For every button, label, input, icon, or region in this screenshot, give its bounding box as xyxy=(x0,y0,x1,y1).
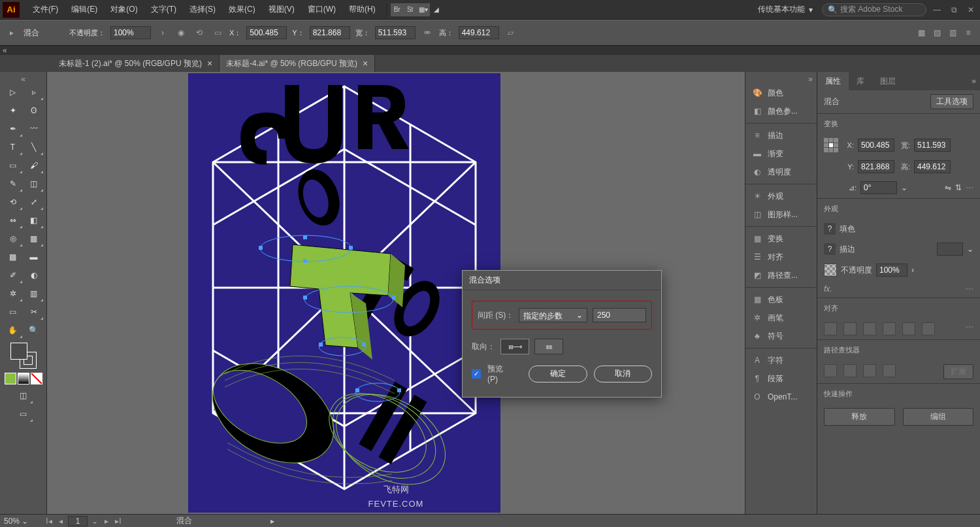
lasso-tool[interactable]: ʘ xyxy=(24,102,44,119)
close-tab-icon[interactable]: × xyxy=(207,58,212,69)
rotate-tool[interactable]: ⟲ xyxy=(3,194,23,211)
menu-select[interactable]: 选择(S) xyxy=(183,0,222,19)
dock-transform[interactable]: ▦变换 xyxy=(745,230,817,248)
mesh-tool[interactable]: ▩ xyxy=(3,248,23,265)
chevron-icon[interactable]: › xyxy=(156,26,169,39)
scale-tool[interactable]: ⤢ xyxy=(24,194,44,211)
align-bottom-icon[interactable] xyxy=(922,322,935,335)
dock-appearance[interactable]: ☀外观 xyxy=(745,187,817,205)
hand-tool[interactable]: ✋ xyxy=(3,322,23,339)
menu-file[interactable]: 文件(F) xyxy=(26,0,65,19)
panel-ic1[interactable]: ▦ xyxy=(915,26,928,39)
type-tool[interactable]: T xyxy=(3,139,23,156)
next-page-icon[interactable]: ▸ xyxy=(101,516,112,526)
recolor-icon[interactable]: ⟲ xyxy=(193,26,206,39)
free-transform-tool[interactable]: ◧ xyxy=(24,212,44,229)
menu-type[interactable]: 文字(T) xyxy=(144,0,183,19)
dock-paragraph[interactable]: ¶段落 xyxy=(745,369,817,388)
expand-dock-icon[interactable]: » xyxy=(745,75,817,84)
stroke-step-icon[interactable]: ⌄ xyxy=(967,245,973,254)
collapse-icon[interactable]: « xyxy=(3,46,7,55)
stroke-unknown-icon[interactable]: ? xyxy=(824,243,836,255)
menu-window[interactable]: 窗口(W) xyxy=(301,0,342,19)
align-right-icon[interactable] xyxy=(863,322,876,335)
minus-front-icon[interactable] xyxy=(843,364,857,377)
workspace-select[interactable]: 传统基本功能▾ xyxy=(753,3,818,16)
preview-checkbox[interactable]: ✓ xyxy=(472,369,481,379)
pen-tool[interactable]: ✒ xyxy=(3,120,23,137)
slice-tool[interactable]: ✂ xyxy=(24,303,44,320)
y-input[interactable]: 821.868 xyxy=(310,26,350,39)
prop-opacity-input[interactable]: 100% xyxy=(876,264,907,277)
dock-gradient[interactable]: ▬渐变 xyxy=(745,144,817,163)
ok-button[interactable]: 确定 xyxy=(529,366,587,382)
blend-tool[interactable]: ◐ xyxy=(24,267,44,284)
orient-page-button[interactable]: ıııı⟶ xyxy=(500,339,529,354)
draw-mode[interactable]: ◫ xyxy=(14,387,33,404)
dock-symbols[interactable]: ♣符号 xyxy=(745,327,817,345)
canvas[interactable]: 飞特网 FEVTE.COM 混合选项 间距 (S)： 指定的步数⌄ 250 取向… xyxy=(47,72,745,514)
gradient-mode[interactable] xyxy=(18,373,29,384)
minimize-window[interactable]: — xyxy=(930,3,943,16)
dock-swatches[interactable]: ▦色板 xyxy=(745,290,817,309)
align-left-icon[interactable] xyxy=(824,322,837,335)
close-tab-icon[interactable]: × xyxy=(363,58,368,69)
flip-v-icon[interactable]: ⇅ xyxy=(955,183,962,192)
dock-opentype[interactable]: OOpenT... xyxy=(745,388,817,406)
shape-icon[interactable]: ▱ xyxy=(504,26,517,39)
fill-swatch[interactable] xyxy=(10,343,27,360)
align-vcenter-icon[interactable] xyxy=(902,322,915,335)
cancel-button[interactable]: 取消 xyxy=(594,366,653,382)
width-tool[interactable]: ⇔ xyxy=(3,212,23,229)
curvature-tool[interactable]: 〰 xyxy=(24,120,44,137)
stock-icon[interactable]: St xyxy=(404,3,417,16)
dock-graphic-styles[interactable]: ◫图形样... xyxy=(745,205,817,224)
arrange-icon[interactable]: ▦▾ xyxy=(417,3,430,16)
h-input[interactable]: 449.612 xyxy=(459,26,499,39)
dock-transparency[interactable]: ◐透明度 xyxy=(745,163,817,181)
graph-tool[interactable]: ▥ xyxy=(24,285,44,302)
search-input[interactable]: 🔍搜索 Adobe Stock xyxy=(822,3,926,16)
menu-edit[interactable]: 编辑(E) xyxy=(65,0,104,19)
last-page-icon[interactable]: ▸I xyxy=(113,516,123,526)
flip-h-icon[interactable]: ⇋ xyxy=(945,183,951,192)
align-top-icon[interactable] xyxy=(883,322,896,335)
orient-path-button[interactable]: ııııı xyxy=(534,339,563,354)
dock-character[interactable]: A字符 xyxy=(745,351,817,369)
collapse-icon[interactable]: « xyxy=(1,75,45,84)
gpu-icon[interactable]: ◢ xyxy=(430,3,443,16)
prop-w-input[interactable]: 511.593 xyxy=(914,139,951,152)
panel-ic2[interactable]: ▤ xyxy=(930,26,943,39)
rectangle-tool[interactable]: ▭ xyxy=(3,157,23,174)
fill-stroke-swatch[interactable] xyxy=(10,343,37,369)
tool-options-button[interactable]: 工具选项 xyxy=(930,94,973,109)
eraser-tool[interactable]: ◫ xyxy=(24,175,44,192)
w-input[interactable]: 511.593 xyxy=(375,26,416,39)
magic-wand-tool[interactable]: ✦ xyxy=(3,102,23,119)
menu-object[interactable]: 对象(O) xyxy=(104,0,144,19)
screen-mode[interactable]: ▭ xyxy=(14,405,33,422)
release-button[interactable]: 释放 xyxy=(824,408,895,426)
dock-brushes[interactable]: ✲画笔 xyxy=(745,309,817,327)
perspective-tool[interactable]: ▦ xyxy=(24,230,44,247)
menu-help[interactable]: 帮助(H) xyxy=(342,0,382,19)
x-input[interactable]: 500.485 xyxy=(246,26,287,39)
artboard-tool[interactable]: ▭ xyxy=(3,303,23,320)
shaper-tool[interactable]: ✎ xyxy=(3,175,23,192)
restore-window[interactable]: ⧉ xyxy=(947,3,960,16)
prop-angle-input[interactable]: 0° xyxy=(860,181,897,194)
brush-tool[interactable]: 🖌 xyxy=(24,157,44,174)
panel-ic3[interactable]: ▥ xyxy=(946,26,959,39)
exclude-icon[interactable] xyxy=(883,364,896,377)
angle-step-icon[interactable]: ⌄ xyxy=(901,183,907,192)
menu-effect[interactable]: 效果(C) xyxy=(222,0,262,19)
symbol-sprayer-tool[interactable]: ✲ xyxy=(3,285,23,302)
properties-tab[interactable]: 属性 xyxy=(817,72,849,90)
first-page-icon[interactable]: I◂ xyxy=(44,516,54,526)
bridge-icon[interactable]: Br xyxy=(391,3,404,16)
unite-icon[interactable] xyxy=(824,364,837,377)
prop-x-input[interactable]: 500.485 xyxy=(858,139,894,152)
panel-menu-icon[interactable]: ≡ xyxy=(962,26,975,39)
layers-tab[interactable]: 图层 xyxy=(872,72,904,90)
expand-icon[interactable]: ▸ xyxy=(5,26,18,39)
